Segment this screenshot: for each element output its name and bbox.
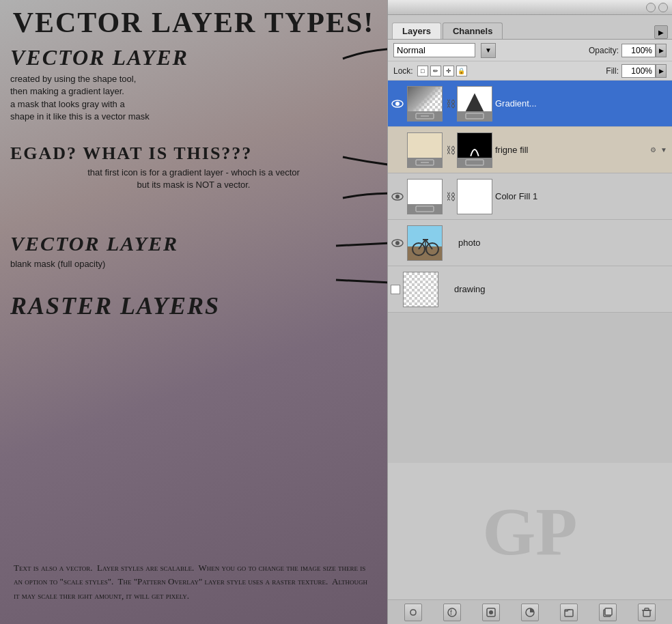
layer1-mask <box>457 86 492 122</box>
bottom-text-content: Text is also a vector. Layer styles are … <box>14 563 367 601</box>
arrow4-svg <box>336 246 387 300</box>
section3: VECTOR LAYER blank mask (full opacity) <box>10 232 377 270</box>
lock-row: Lock: □ ✏ ✛ 🔒 Fill: 100% ▶ <box>388 61 672 81</box>
blend-mode-row: Normal ▼ Opacity: 100% ▶ <box>388 40 672 61</box>
layer4-visibility[interactable] <box>391 236 404 250</box>
layer2-chain: ⛓ <box>446 132 456 168</box>
layer2-thumb <box>407 132 443 168</box>
bottom-toolbar: f <box>388 599 672 624</box>
main-title: VECTOR LAYER TYPES! <box>10 7 377 38</box>
lock-position-icon[interactable]: ✛ <box>443 66 454 76</box>
svg-point-6 <box>395 102 400 106</box>
layer3-thumb <box>407 179 443 214</box>
layer1-name: Gradient... <box>495 98 669 109</box>
layer4-name: photo <box>458 238 669 248</box>
layer1-thumb <box>407 86 443 122</box>
section4-heading: RASTER LAYERS <box>10 292 377 320</box>
opacity-label: Opacity: <box>589 46 619 55</box>
section1: VECTOR LAYER created by using the shape … <box>10 45 377 123</box>
svg-rect-11 <box>466 113 484 119</box>
fill-label: Fill: <box>606 66 619 76</box>
section3-heading: VECTOR LAYER <box>10 232 377 255</box>
layer4-thumb <box>407 225 443 261</box>
layer2-name: frigne fill <box>495 145 647 155</box>
new-layer-btn[interactable] <box>599 604 617 621</box>
svg-rect-37 <box>605 608 612 615</box>
lock-image-icon[interactable]: ✏ <box>430 66 441 76</box>
bottom-text: Text is also a vector. Layer styles are … <box>14 561 374 604</box>
section2-heading: EGAD? WHAT IS THIS??? <box>10 143 377 164</box>
layers-list: ⛓ Gradient... <box>388 81 672 463</box>
layer-item-frigne[interactable]: ⛓ frigne fill ⚙ ▼ <box>388 127 672 173</box>
svg-rect-38 <box>643 610 650 616</box>
right-panel: Layers Channels ▶ Normal ▼ Opacity: 100%… <box>387 0 672 624</box>
layer2-fx[interactable]: ⚙ <box>647 145 658 156</box>
titlebar-btn1[interactable] <box>646 3 656 12</box>
blend-mode-value: Normal <box>397 45 425 55</box>
section1-text: created by using the shape tool,then mak… <box>10 73 377 123</box>
opacity-value[interactable]: 100% <box>621 44 656 57</box>
layer5-name: drawing <box>454 284 669 294</box>
link-layers-btn[interactable] <box>404 604 422 621</box>
left-panel: VECTOR LAYER TYPES! VECTOR LAYER created… <box>0 0 387 624</box>
tab-channels[interactable]: Channels <box>443 23 503 39</box>
panel-options-btn[interactable]: ▶ <box>654 25 668 39</box>
titlebar-btn2[interactable] <box>658 3 668 12</box>
svg-rect-21 <box>458 180 492 214</box>
watermark: GP <box>483 492 578 571</box>
svg-rect-40 <box>645 608 649 610</box>
layer3-mask <box>457 179 492 214</box>
layer5-thumb <box>403 272 438 307</box>
layer1-chain: ⛓ <box>446 86 456 122</box>
fill-value[interactable]: 100% <box>621 64 656 78</box>
lock-all-icon[interactable]: 🔒 <box>456 66 467 76</box>
adjustment-btn[interactable] <box>521 604 539 621</box>
section2-text: that first icon is for a gradient layer … <box>10 167 377 191</box>
delete-layer-btn[interactable] <box>638 604 656 621</box>
fill-arrow[interactable]: ▶ <box>656 64 667 78</box>
section4: RASTER LAYERS <box>10 292 377 320</box>
svg-point-23 <box>395 241 400 245</box>
svg-point-33 <box>489 610 493 614</box>
layer3-name: Color Fill 1 <box>495 191 669 201</box>
section3-text: blank mask (full opacity) <box>10 258 377 270</box>
layer-item-gradient[interactable]: ⛓ Gradient... <box>388 81 672 127</box>
section2: EGAD? WHAT IS THIS??? that first icon is… <box>10 143 377 191</box>
title-bar <box>388 0 672 15</box>
layer2-arrow[interactable]: ▼ <box>658 145 669 156</box>
blend-mode-dropdown[interactable]: ▼ <box>481 43 496 58</box>
tabs-row: Layers Channels ▶ <box>388 15 672 40</box>
svg-text:f: f <box>450 609 452 616</box>
lock-transparent-icon[interactable]: □ <box>417 66 428 76</box>
add-style-btn[interactable]: f <box>443 604 461 621</box>
layer-item-photo[interactable]: photo <box>388 220 672 266</box>
layer-item-colorfill[interactable]: ⛓ Color Fill 1 <box>388 173 672 220</box>
arrow2b-svg <box>343 157 387 212</box>
svg-point-30 <box>448 608 456 616</box>
svg-rect-17 <box>466 160 484 165</box>
layer3-visibility[interactable] <box>391 190 404 203</box>
watermark-area: GP <box>388 463 672 599</box>
new-group-btn[interactable] <box>560 604 578 621</box>
layer1-visibility[interactable] <box>391 97 404 111</box>
add-mask-btn[interactable] <box>482 604 500 621</box>
lock-label: Lock: <box>393 66 413 76</box>
blend-mode-select[interactable]: Normal <box>393 43 475 57</box>
section1-heading: VECTOR LAYER <box>10 45 377 70</box>
svg-point-19 <box>395 195 400 199</box>
layer3-chain: ⛓ <box>446 179 456 214</box>
opacity-arrow[interactable]: ▶ <box>656 44 667 57</box>
layer2-mask <box>457 132 492 168</box>
layer-item-drawing[interactable]: drawing <box>388 266 672 313</box>
tab-layers[interactable]: Layers <box>392 23 441 39</box>
layer5-visibility-checkbox[interactable] <box>391 285 400 294</box>
arrow1-svg <box>343 31 387 86</box>
svg-rect-20 <box>416 206 434 212</box>
